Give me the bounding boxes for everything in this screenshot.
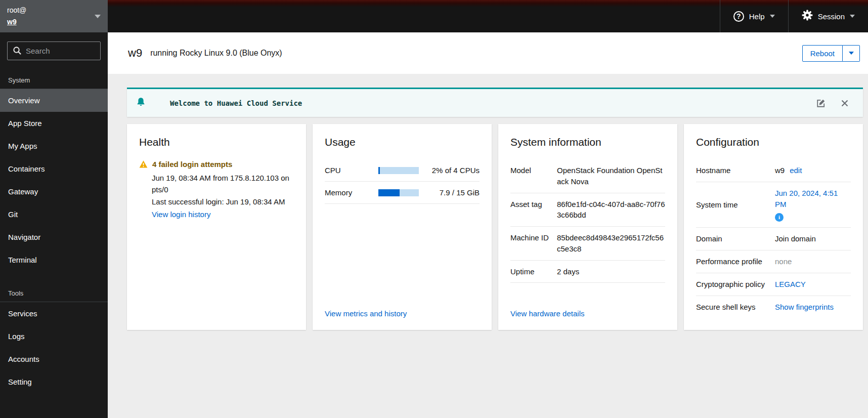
performance-profile-label: Performance profile bbox=[696, 256, 771, 267]
search-icon bbox=[13, 46, 22, 57]
sidebar-item-gateway[interactable]: Gateway bbox=[0, 180, 108, 203]
view-metrics-link[interactable]: View metrics and history bbox=[325, 309, 480, 318]
chevron-down-icon bbox=[95, 15, 101, 18]
sidebar-item-git[interactable]: Git bbox=[0, 203, 108, 226]
alert-line1: Jun 19, 08:34 AM from 175.8.120.103 on p… bbox=[152, 172, 294, 196]
system-time-label: System time bbox=[696, 199, 771, 211]
machine-id-value: 85bdeec8d49843e2965172fc56c5e3c8 bbox=[557, 232, 665, 255]
help-icon: ? bbox=[733, 11, 744, 22]
alert-line2: Last successful login: Jun 19, 08:34 AM bbox=[152, 196, 294, 207]
system-time-row: System time Jun 20, 2024, 4:51 PM i bbox=[696, 182, 851, 228]
system-time-link[interactable]: Jun 20, 2024, 4:51 PM bbox=[775, 188, 851, 210]
chevron-down-icon bbox=[849, 52, 854, 55]
cpu-value: 2% of 4 CPUs bbox=[419, 166, 480, 175]
sidebar-item-navigator[interactable]: Navigator bbox=[0, 226, 108, 248]
host-switcher[interactable]: root@ w9 bbox=[0, 0, 108, 32]
secure-shell-keys-label: Secure shell keys bbox=[696, 302, 771, 313]
machine-id-row: Machine ID 85bdeec8d49843e2965172fc56c5e… bbox=[510, 227, 665, 261]
cryptographic-policy-label: Cryptographic policy bbox=[696, 279, 771, 290]
alert-title: 4 failed login attempts bbox=[152, 159, 232, 170]
help-label: Help bbox=[749, 12, 765, 21]
session-menu[interactable]: Session bbox=[788, 0, 868, 32]
cockpit-app: root@ w9 System Overview App Store My Ap… bbox=[0, 0, 868, 418]
warning-triangle-icon bbox=[139, 160, 148, 171]
sidebar-item-my-apps[interactable]: My Apps bbox=[0, 135, 108, 157]
chevron-down-icon bbox=[770, 15, 775, 18]
performance-profile-value: none bbox=[775, 256, 851, 267]
sidebar-item-setting[interactable]: Setting bbox=[0, 370, 108, 393]
overview-cards: Health 4 failed login attempts Jun 1 bbox=[127, 124, 863, 330]
secure-shell-keys-row: Secure shell keys Show fingerprints bbox=[696, 296, 851, 318]
uptime-label: Uptime bbox=[510, 266, 550, 277]
view-hardware-details-link[interactable]: View hardware details bbox=[510, 309, 665, 318]
domain-row: Domain Join domain bbox=[696, 228, 851, 250]
info-icon[interactable]: i bbox=[775, 213, 784, 222]
page-title-hostname: w9 bbox=[128, 47, 142, 60]
cryptographic-policy-link[interactable]: LEGACY bbox=[775, 279, 851, 290]
brand-host: w9 bbox=[7, 17, 17, 27]
motd-banner: Welcome to Huawei Cloud Service bbox=[127, 88, 863, 117]
usage-card: Usage CPU 2% of 4 CPUs Memory 7.9 / 15 G… bbox=[313, 124, 492, 330]
edit-icon[interactable] bbox=[815, 98, 827, 109]
banner-title: Welcome to Huawei Cloud Service bbox=[170, 99, 302, 107]
usage-card-title: Usage bbox=[325, 136, 480, 148]
gear-icon bbox=[802, 10, 813, 23]
reboot-split-button: Reboot bbox=[802, 45, 860, 62]
sidebar-item-services[interactable]: Services bbox=[0, 302, 108, 325]
cpu-usage-row: CPU 2% of 4 CPUs bbox=[325, 159, 480, 182]
brand-user: root@ bbox=[7, 5, 95, 15]
sidebar-item-logs[interactable]: Logs bbox=[0, 325, 108, 348]
page-header: w9 running Rocky Linux 9.0 (Blue Onyx) R… bbox=[108, 32, 868, 74]
page-body: Welcome to Huawei Cloud Service bbox=[108, 74, 868, 330]
sidebar-item-overview[interactable]: Overview bbox=[0, 89, 108, 112]
hostname-row: Hostname w9 edit bbox=[696, 159, 851, 182]
show-fingerprints-link[interactable]: Show fingerprints bbox=[775, 302, 851, 313]
sidebar-section-system: System bbox=[0, 69, 108, 89]
sidebar-item-terminal[interactable]: Terminal bbox=[0, 248, 108, 271]
bell-icon bbox=[136, 97, 146, 109]
reboot-dropdown-toggle[interactable] bbox=[843, 45, 860, 62]
sidebar-nav: System Overview App Store My Apps Contai… bbox=[0, 65, 108, 418]
model-value: OpenStack Foundation OpenStack Nova bbox=[557, 165, 665, 187]
os-description: running Rocky Linux 9.0 (Blue Onyx) bbox=[150, 49, 282, 58]
uptime-row: Uptime 2 days bbox=[510, 261, 665, 283]
masthead: ? Help Session bbox=[108, 0, 868, 32]
cpu-label: CPU bbox=[325, 166, 378, 175]
performance-profile-row: Performance profile none bbox=[696, 250, 851, 273]
asset-tag-row: Asset tag 86f0e1fd-c04c-407d-aa8c-70f763… bbox=[510, 193, 665, 227]
hostname-label: Hostname bbox=[696, 165, 771, 176]
sidebar-item-accounts[interactable]: Accounts bbox=[0, 348, 108, 370]
alert-description: Jun 19, 08:34 AM from 175.8.120.103 on p… bbox=[152, 172, 294, 220]
memory-progress-bar bbox=[378, 189, 419, 196]
system-information-card: System information Model OpenStack Found… bbox=[498, 124, 677, 330]
domain-label: Domain bbox=[696, 233, 771, 244]
join-domain-value[interactable]: Join domain bbox=[775, 233, 851, 244]
model-label: Model bbox=[510, 165, 550, 187]
cpu-progress-bar bbox=[378, 167, 419, 174]
configuration-card-title: Configuration bbox=[696, 136, 851, 148]
nav-gap bbox=[0, 271, 108, 282]
reboot-button[interactable]: Reboot bbox=[802, 45, 843, 62]
hostname-edit-link[interactable]: edit bbox=[790, 165, 802, 176]
host-switcher-text: root@ w9 bbox=[7, 5, 95, 27]
system-info-card-title: System information bbox=[510, 136, 665, 148]
view-login-history-link[interactable]: View login history bbox=[152, 208, 210, 220]
health-card: Health 4 failed login attempts Jun 1 bbox=[127, 124, 306, 330]
sidebar-item-containers[interactable]: Containers bbox=[0, 157, 108, 180]
help-menu[interactable]: ? Help bbox=[720, 0, 788, 32]
machine-id-label: Machine ID bbox=[510, 232, 550, 255]
memory-value: 7.9 / 15 GiB bbox=[419, 188, 480, 197]
health-card-title: Health bbox=[139, 136, 294, 148]
configuration-card: Configuration Hostname w9 edit System ti… bbox=[684, 124, 863, 330]
asset-tag-label: Asset tag bbox=[510, 199, 550, 221]
sidebar: root@ w9 System Overview App Store My Ap… bbox=[0, 0, 108, 418]
model-row: Model OpenStack Foundation OpenStack Nov… bbox=[510, 159, 665, 193]
sidebar-section-tools: Tools bbox=[0, 282, 108, 302]
cryptographic-policy-row: Cryptographic policy LEGACY bbox=[696, 273, 851, 296]
sidebar-item-app-store[interactable]: App Store bbox=[0, 112, 108, 135]
session-label: Session bbox=[818, 12, 845, 21]
uptime-value: 2 days bbox=[557, 266, 665, 277]
close-icon[interactable] bbox=[840, 98, 850, 108]
memory-usage-row: Memory 7.9 / 15 GiB bbox=[325, 182, 480, 204]
main-content: w9 running Rocky Linux 9.0 (Blue Onyx) R… bbox=[108, 32, 868, 418]
